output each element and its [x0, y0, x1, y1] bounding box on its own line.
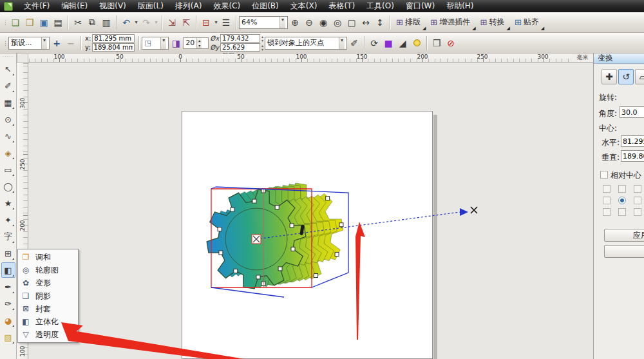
lighting-button[interactable] [410, 36, 424, 50]
interactive-fill-tool[interactable]: ▨ [1, 329, 15, 345]
paste-button[interactable]: ▥ [99, 15, 113, 30]
anchor-top-left[interactable] [603, 185, 611, 193]
transform-rotate-tab[interactable]: ↺ [618, 69, 634, 84]
flyout-item-extrude[interactable]: ◧立体化 [18, 315, 78, 328]
freehand-tool[interactable]: ∿ [1, 128, 15, 144]
zoom-selected-button[interactable]: ◉ [316, 15, 330, 30]
application-launcher-button[interactable]: ⊟ [199, 15, 213, 30]
toolbar-drag-handle[interactable]: ⋮⋮ [3, 40, 6, 46]
vp-x-field[interactable]: 179.432 mm [220, 34, 260, 43]
apply-to-duplicate-button[interactable]: 应用到再制 [604, 229, 644, 242]
snap-toolbar-button[interactable]: ⊞ 贴齐 [511, 15, 542, 30]
apply-button[interactable]: 应用 [604, 245, 644, 258]
bevel-button[interactable]: ◢ [395, 36, 410, 50]
spin-down-icon[interactable]: ▾ [197, 43, 202, 48]
menu-help[interactable]: 帮助(H) [440, 0, 479, 12]
toolbox-drag-handle[interactable]: ····· [3, 55, 14, 59]
flyout-item-envelope[interactable]: ⊠封套 [18, 302, 78, 315]
vertical-field[interactable] [621, 150, 644, 162]
depth-spin-arrows[interactable]: ▴ ▾ [196, 38, 202, 48]
new-document-button[interactable]: ❏ [8, 15, 23, 30]
transform-position-tab[interactable]: ✚ [601, 69, 617, 84]
undo-button[interactable]: ↶ [119, 15, 133, 30]
extrude-rotation-button[interactable]: ⟳ [367, 36, 381, 50]
extrude-tool[interactable]: ◧ [1, 262, 15, 278]
vp-y-field[interactable]: 25.629 mm [220, 43, 260, 52]
ellipse-tool[interactable]: ◯ [1, 179, 15, 194]
horizontal-field[interactable] [621, 135, 644, 147]
remove-preset-button[interactable]: − [64, 36, 78, 50]
open-document-button[interactable]: ❒ [23, 15, 37, 30]
basic-shapes-tool[interactable]: ✦ [1, 212, 15, 228]
zoom-tool[interactable]: ⊙ [1, 112, 15, 127]
fill-tool[interactable]: ◕ [1, 313, 15, 328]
export-button[interactable]: ⇱ [179, 15, 193, 30]
import-button[interactable]: ⇲ [165, 15, 179, 30]
menu-layout[interactable]: 版面(L) [132, 0, 169, 12]
zoom-page-button[interactable]: ▢ [345, 15, 359, 30]
drawing-canvas[interactable] [28, 63, 593, 359]
menu-view[interactable]: 视图(V) [93, 0, 132, 12]
anchor-bottom-right[interactable] [634, 208, 641, 216]
menu-arrange[interactable]: 排列(A) [169, 0, 208, 12]
horizontal-ruler[interactable]: 100 50 0 50 100 150 200 250 300 [28, 53, 572, 63]
redo-dropdown-caret-icon[interactable]: ▾ [153, 19, 159, 25]
zoom-all-objects-button[interactable]: ◎ [330, 15, 345, 30]
menu-effects[interactable]: 效果(C) [207, 0, 246, 12]
x-position-field[interactable] [92, 34, 135, 43]
toolbar-drag-handle[interactable]: ⋮⋮ [3, 19, 6, 26]
zoom-out-button[interactable]: ⊖ [302, 15, 316, 30]
menu-tools[interactable]: 工具(O) [361, 0, 400, 12]
print-button[interactable]: ▤ [51, 15, 65, 30]
undo-dropdown-caret-icon[interactable]: ▾ [133, 19, 139, 25]
copy-button[interactable]: ⧉ [85, 15, 99, 30]
angle-field[interactable] [620, 106, 644, 118]
fullscreen-preview-button[interactable]: ☰ [219, 15, 233, 30]
redo-button[interactable]: ↷ [139, 15, 153, 30]
docker-title[interactable]: 变换 [594, 53, 644, 64]
vp-y-spin[interactable]: ▴▾ [261, 44, 263, 52]
clear-extrude-button[interactable]: ⊘ [444, 36, 458, 50]
zoom-level-combo[interactable]: 64% ▾ [239, 16, 288, 29]
layout-toolbar-button[interactable]: ⊞ 排版 [393, 15, 424, 30]
menu-window[interactable]: 窗口(W) [400, 0, 440, 12]
anchor-bottom-center[interactable] [618, 208, 626, 216]
pick-tool[interactable]: ↖ [1, 61, 15, 77]
eyedropper-tool[interactable]: ✒ [1, 279, 15, 295]
flyout-item-transparency[interactable]: ▽透明度 [18, 328, 78, 341]
spin-up-icon[interactable]: ▴ [197, 38, 202, 43]
outline-pen-tool[interactable]: ✑ [1, 296, 15, 311]
y-position-field[interactable] [92, 43, 135, 52]
vp-x-spin[interactable]: ▴▾ [261, 35, 263, 43]
launcher-dropdown-caret-icon[interactable]: ▾ [213, 19, 219, 25]
add-preset-button[interactable]: + [50, 36, 64, 50]
text-tool[interactable]: 字 [1, 229, 15, 244]
anchor-middle-left[interactable] [603, 197, 611, 204]
rectangle-tool[interactable]: ▭ [1, 162, 15, 177]
menu-edit[interactable]: 编辑(E) [55, 0, 93, 12]
cut-button[interactable]: ✂ [71, 15, 85, 30]
save-document-button[interactable]: ▣ [37, 15, 51, 30]
flyout-item-distort[interactable]: ✿变形 [18, 277, 78, 289]
extrusion-color-button[interactable]: ■ [381, 36, 395, 50]
menu-text[interactable]: 文本(X) [285, 0, 323, 12]
zoom-in-button[interactable]: ⊕ [288, 15, 302, 30]
anchor-middle-right[interactable] [634, 197, 641, 204]
extrusion-type-dropdown[interactable]: ◳ ▾ [142, 37, 169, 50]
transform-scale-tab[interactable]: ▱ [635, 69, 644, 84]
zoom-page-height-button[interactable]: ↕ [373, 15, 387, 30]
preset-dropdown[interactable]: 预设... ▾ [8, 37, 50, 50]
plugins-toolbar-button[interactable]: ⊞ 增强插件 [427, 15, 473, 30]
anchor-top-center[interactable] [618, 185, 626, 193]
zoom-page-width-button[interactable]: ↔ [359, 15, 373, 30]
vp-copy-button[interactable]: ✐ [347, 36, 361, 50]
shape-tool[interactable]: ✐ [1, 78, 15, 93]
relative-center-checkbox[interactable] [600, 171, 608, 179]
flyout-item-blend[interactable]: ❐调和 [18, 251, 78, 264]
convert-toolbar-button[interactable]: ⊞ 转换 [477, 15, 508, 30]
menu-table[interactable]: 表格(T) [323, 0, 361, 12]
flyout-item-contour[interactable]: ◎轮廓图 [18, 264, 78, 277]
menu-file[interactable]: 文件(F) [18, 0, 55, 12]
depth-spinner[interactable]: 20 ▴ ▾ [183, 37, 209, 49]
crop-tool[interactable]: ▦ [1, 95, 15, 110]
